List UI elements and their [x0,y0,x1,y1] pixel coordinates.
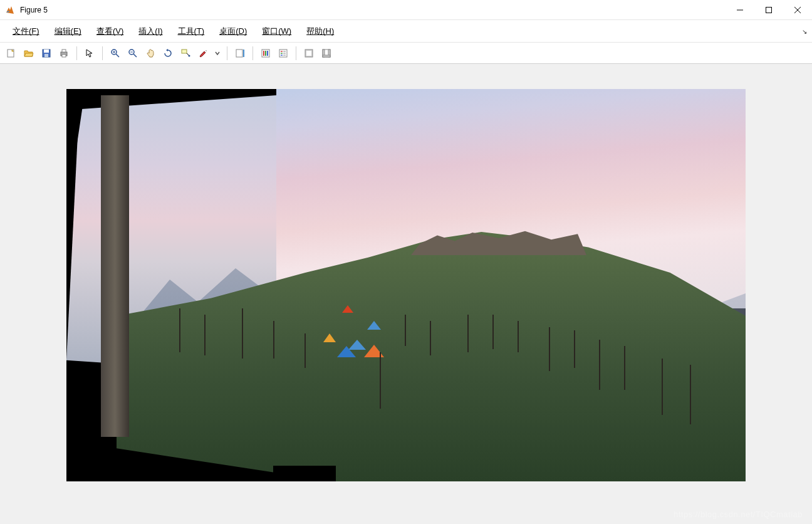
dock-arrow-icon[interactable]: ↘ [802,28,807,34]
image-region [518,321,519,352]
new-figure-button[interactable] [4,46,19,61]
toolbar-divider [76,46,77,60]
open-button[interactable] [21,46,36,61]
menu-tools[interactable]: 工具(T) [170,22,212,41]
svg-line-16 [133,54,137,57]
menu-insert[interactable]: 插入(I) [131,22,170,41]
image-region [430,321,431,355]
image-region [574,330,575,368]
print-button[interactable] [56,46,71,61]
toolbar-divider [102,46,103,60]
svg-rect-26 [267,51,268,56]
svg-rect-7 [44,54,48,57]
data-cursor-button[interactable] [178,46,193,61]
link-button[interactable] [213,46,222,61]
menu-window[interactable]: 窗口(W) [254,22,299,41]
svg-rect-22 [243,50,244,57]
image-region [467,315,469,352]
svg-rect-18 [182,50,187,53]
menu-view[interactable]: 查看(V) [89,22,131,41]
colorbar-button[interactable] [232,46,247,61]
image-region [273,466,336,481]
image-region [101,95,129,437]
menu-bar: 文件(F) 编辑(E) 查看(V) 插入(I) 工具(T) 桌面(D) 窗口(W… [0,20,812,43]
pan-button[interactable] [143,46,158,61]
image-region [624,346,625,390]
image-region [204,315,206,355]
image-region [599,340,600,390]
title-bar: Figure 5 [0,0,812,20]
menu-help[interactable]: 帮助(H) [299,22,341,41]
brush-button[interactable] [195,46,211,61]
toolbar-divider [296,46,296,60]
image-region [179,308,180,352]
insert-legend-button[interactable] [276,46,291,61]
svg-rect-9 [62,50,66,52]
image-region [662,359,663,415]
figure-toolbar [0,43,812,64]
svg-rect-10 [62,55,66,57]
rotate-button[interactable] [160,46,175,61]
svg-point-20 [189,55,190,56]
menu-file[interactable]: 文件(F) [5,22,47,41]
svg-rect-39 [323,55,330,57]
image-region [549,327,550,371]
image-region [492,315,494,349]
menu-desktop[interactable]: 桌面(D) [212,22,254,41]
menu-edit[interactable]: 编辑(E) [47,22,89,41]
toolbar-divider [227,46,227,60]
image-region [242,308,243,359]
window-controls [726,0,812,19]
save-button[interactable] [39,46,54,61]
svg-rect-25 [265,51,266,56]
insert-colorbar-button[interactable] [258,46,273,61]
zoom-in-button[interactable] [108,46,123,61]
pointer-button[interactable] [82,46,97,61]
image-region [690,365,691,424]
figure-canvas [0,64,812,524]
close-button[interactable] [783,0,812,19]
svg-rect-24 [263,51,264,56]
image-region [304,333,306,368]
matlab-icon [5,5,15,15]
minimize-button[interactable] [726,0,754,19]
window-title: Figure 5 [20,6,726,14]
toolbar-divider [252,46,253,60]
zoom-out-button[interactable] [125,46,140,61]
maximize-button[interactable] [754,0,783,19]
image-region [273,321,274,359]
svg-line-12 [116,54,119,57]
svg-rect-6 [44,50,49,53]
watermark-text: https://blog.csdn.net/TIQCmatlab [674,510,803,519]
show-tools-button[interactable] [319,46,334,61]
svg-rect-21 [236,50,242,57]
image-region [405,315,406,346]
svg-rect-35 [306,51,311,56]
image-region [380,352,381,409]
image-display[interactable] [66,89,746,481]
svg-rect-1 [766,7,772,13]
hide-tools-button[interactable] [301,46,316,61]
